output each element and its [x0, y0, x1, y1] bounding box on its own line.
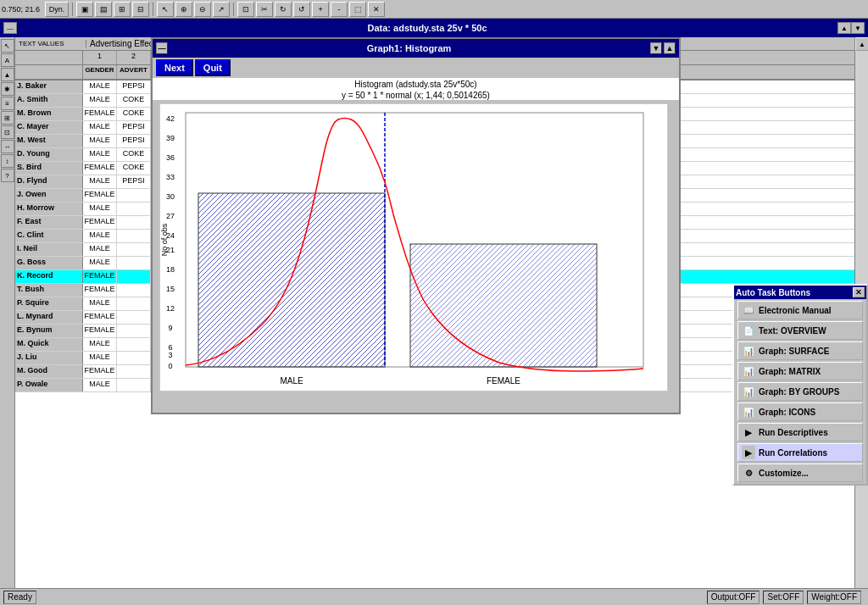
graph-quit-button[interactable]: Quit [195, 59, 231, 76]
text-icon: 📄 [742, 324, 755, 337]
sidebar-icon-3[interactable]: ▲ [1, 68, 14, 81]
corner-label: TEXT VALUES [19, 40, 86, 48]
svg-text:33: 33 [166, 173, 175, 181]
book-icon: 📖 [742, 303, 755, 317]
title-menu-btn[interactable]: — [3, 22, 17, 34]
toolbar-btn-11[interactable]: ↻ [275, 2, 292, 17]
sidebar-icon-5[interactable]: ≡ [1, 97, 14, 110]
gear-icon: ⚙ [742, 466, 755, 480]
graph-toolbar: Next Quit [153, 58, 679, 78]
toolbar-btn-6[interactable]: ⊕ [175, 2, 192, 17]
main-toolbar: 0.750; 21.6 Dyn. ▣ ▤ ⊞ ⊟ ↖ ⊕ ⊖ ↗ ⊡ ✂ ↻ ↺… [0, 0, 868, 19]
graph-matrix-button[interactable]: 📊 Graph: MATRIX [737, 362, 863, 380]
graph-title: Graph1: Histogram [168, 43, 650, 53]
scroll-right-btn[interactable]: ▼ [851, 22, 865, 34]
svg-rect-20 [410, 244, 597, 367]
run-desc-icon: ▶ [742, 425, 755, 439]
svg-text:0: 0 [168, 362, 172, 370]
graph-by-groups-button[interactable]: 📊 Graph: BY GROUPS [737, 382, 863, 401]
sidebar-icon-7[interactable]: ⊡ [1, 125, 14, 139]
svg-text:FEMALE: FEMALE [487, 376, 520, 386]
svg-text:15: 15 [166, 285, 175, 293]
svg-text:39: 39 [166, 134, 175, 142]
dyn-button[interactable]: Dyn. [45, 2, 69, 17]
toolbar-btn-15[interactable]: ⬚ [349, 2, 366, 17]
svg-text:36: 36 [166, 153, 175, 162]
svg-text:42: 42 [166, 114, 175, 123]
toolbar-btn-14[interactable]: - [331, 2, 348, 17]
toolbar-btn-8[interactable]: ↗ [213, 2, 230, 17]
run-correlations-button[interactable]: ▶ Run Correlations [737, 443, 863, 462]
sidebar-icon-1[interactable]: ↖ [1, 39, 14, 53]
sidebar-icon-9[interactable]: ↕ [1, 154, 14, 168]
customize-button[interactable]: ⚙ Customize... [737, 463, 863, 482]
graph-window: — Graph1: Histogram ▼ ▲ Next Quit Histog… [151, 37, 681, 414]
toolbar-btn-13[interactable]: + [312, 2, 329, 17]
groups-icon: 📊 [742, 385, 755, 398]
graph-icons-button[interactable]: 📊 Graph: ICONS [737, 402, 863, 421]
auto-task-title-bar[interactable]: Auto Task Buttons ✕ [734, 286, 866, 299]
histogram-svg: 42 39 36 33 30 27 24 21 18 15 12 9 6 3 0 [159, 103, 668, 391]
svg-text:27: 27 [166, 212, 175, 220]
run-corr-icon: ▶ [742, 446, 755, 459]
toolbar-btn-1[interactable]: ▣ [76, 2, 93, 17]
auto-task-title-text: Auto Task Buttons [736, 288, 810, 297]
auto-task-panel: Auto Task Buttons ✕ 📖 Electronic Manual … [732, 284, 868, 486]
sidebar-icon-8[interactable]: ↔ [1, 140, 14, 153]
svg-text:9: 9 [168, 324, 172, 332]
run-descriptives-button[interactable]: ▶ Run Descriptives [737, 423, 863, 441]
graph-menu-btn[interactable]: — [156, 42, 168, 54]
app-title: Data: adstudy.sta 25v * 50c [17, 23, 837, 33]
scroll-up-button[interactable]: ▲ [855, 37, 868, 51]
svg-text:30: 30 [166, 192, 175, 201]
svg-text:12: 12 [166, 304, 175, 313]
toolbar-btn-9[interactable]: ⊡ [237, 2, 254, 17]
graph-next-button[interactable]: Next [156, 59, 193, 76]
surface-icon: 📊 [742, 344, 755, 358]
toolbar-btn-5[interactable]: ↖ [157, 2, 174, 17]
toolbar-btn-7[interactable]: ⊖ [194, 2, 211, 17]
spreadsheet-area: TEXT VALUES Advertising Effectiveness St… [15, 37, 854, 605]
graph-maximize-btn[interactable]: ▲ [664, 42, 676, 54]
graph-title-bar[interactable]: — Graph1: Histogram ▼ ▲ [153, 39, 679, 58]
status-bar: Ready Output:OFF Set:OFF Weight:OFF [0, 588, 868, 605]
toolbar-btn-3[interactable]: ⊞ [114, 2, 131, 17]
matrix-icon: 📊 [742, 364, 755, 378]
sidebar-icon-10[interactable]: ? [1, 169, 14, 182]
graph-chart-area: 42 39 36 33 30 27 24 21 18 15 12 9 6 3 0 [153, 100, 679, 397]
svg-text:18: 18 [166, 265, 175, 274]
text-overview-button[interactable]: 📄 Text: OVERVIEW [737, 321, 863, 340]
coord-display: 0.750; 21.6 [2, 5, 40, 14]
status-output: Output:OFF [707, 591, 760, 604]
sidebar-icon-6[interactable]: ⊞ [1, 111, 14, 125]
toolbar-btn-12[interactable]: ↺ [293, 2, 310, 17]
auto-task-close-button[interactable]: ✕ [853, 287, 865, 297]
scroll-up-btn[interactable]: ▲ [837, 22, 851, 34]
svg-text:3: 3 [168, 351, 172, 359]
svg-text:MALE: MALE [280, 376, 303, 386]
left-sidebar: ↖ A ▲ ✱ ≡ ⊞ ⊡ ↔ ↕ ? [0, 37, 15, 605]
title-bar: — Data: adstudy.sta 25v * 50c ▲ ▼ [0, 19, 868, 37]
graph-subtitle: Histogram (adstudy.sta 25v*50c) [153, 78, 679, 91]
svg-text:No of obs: No of obs [160, 223, 169, 256]
toolbar-btn-16[interactable]: ✕ [368, 2, 385, 17]
electronic-manual-button[interactable]: 📖 Electronic Manual [737, 301, 863, 319]
svg-rect-19 [198, 193, 385, 367]
sidebar-icon-4[interactable]: ✱ [1, 82, 14, 96]
toolbar-btn-4[interactable]: ⊟ [132, 2, 149, 17]
svg-text:GENDER: GENDER [394, 391, 434, 391]
toolbar-btn-2[interactable]: ▤ [95, 2, 112, 17]
status-weight: Weight:OFF [807, 591, 861, 604]
status-set: Set:OFF [763, 591, 804, 604]
graph-formula: y = 50 * 1 * normal (x; 1,44; 0,5014265) [153, 91, 679, 100]
graph-surface-button[interactable]: 📊 Graph: SURFACE [737, 341, 863, 360]
graph-minimize-btn[interactable]: ▼ [650, 42, 662, 54]
sidebar-icon-2[interactable]: A [1, 53, 14, 67]
status-ready: Ready [3, 591, 36, 604]
icons-icon: 📊 [742, 405, 755, 419]
toolbar-btn-10[interactable]: ✂ [256, 2, 273, 17]
